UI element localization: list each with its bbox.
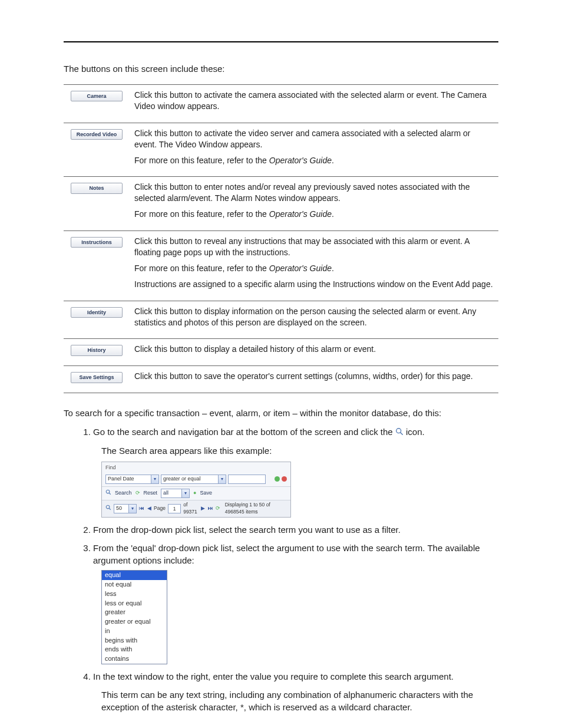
find-field-value: Panel Date: [108, 475, 134, 483]
button-description: Click this button to enter notes and/or …: [130, 177, 498, 231]
list-item[interactable]: begins with: [102, 636, 167, 645]
first-page-icon[interactable]: ⏮: [139, 506, 144, 512]
search-intro: To search for a specific transaction – e…: [64, 407, 498, 419]
prev-page-icon[interactable]: ◀: [147, 506, 151, 512]
pagesize-value: 50: [116, 505, 122, 512]
table-row: IdentityClick this button to display inf…: [64, 301, 498, 339]
button-description: Click this button to reveal any instruct…: [130, 231, 498, 301]
pager-status: Displaying 1 to 50 of 4968545 items: [225, 502, 287, 516]
list-item[interactable]: greater or equal: [102, 617, 167, 627]
step-1a-text: Go to the search and navigation bar at t…: [93, 427, 395, 437]
save-icon: ●: [193, 489, 196, 497]
find-field-dropdown[interactable]: Panel Date▾: [105, 475, 159, 484]
search-icon: [105, 489, 111, 498]
all-value: all: [163, 489, 168, 497]
button-description: Click this button to activate the camera…: [130, 85, 498, 123]
step-3: From the 'equal' drop-down pick list, se…: [93, 542, 498, 664]
instructions-button[interactable]: Instructions: [71, 237, 123, 248]
add-criterion-icon[interactable]: [275, 476, 280, 482]
list-item[interactable]: ends with: [102, 645, 167, 654]
find-operator-dropdown[interactable]: greater or equal▾: [161, 475, 226, 484]
step-1b-text: icon.: [406, 427, 425, 437]
of-count: of 99371: [183, 502, 199, 516]
table-row: HistoryClick this button to display a de…: [64, 339, 498, 366]
list-item[interactable]: greater: [102, 608, 167, 617]
step-2: From the drop-down pick list, select the…: [93, 523, 498, 536]
argument-dropdown-list: equalnot equallessless or equalgreatergr…: [101, 570, 167, 664]
save-settings-button[interactable]: Save Settings: [71, 372, 123, 383]
svg-point-2: [106, 490, 110, 493]
table-row: Save SettingsClick this button to save t…: [64, 366, 498, 393]
list-item[interactable]: less or equal: [102, 599, 167, 608]
history-button[interactable]: History: [71, 345, 123, 355]
refresh-icon[interactable]: ⟳: [216, 506, 220, 512]
reset-icon: ⟳: [135, 489, 140, 497]
recorded-video-button[interactable]: Recorded Video: [71, 129, 123, 140]
table-row: NotesClick this button to enter notes an…: [64, 177, 498, 231]
step-4b-text: This term can be any text string, includ…: [101, 689, 498, 713]
all-dropdown[interactable]: all▾: [161, 489, 190, 498]
top-rule: [64, 41, 498, 42]
list-item[interactable]: contains: [102, 654, 167, 664]
camera-button[interactable]: Camera: [71, 91, 123, 101]
step-4: In the text window to the right, enter t…: [93, 670, 498, 713]
magnifier-icon: [395, 426, 404, 439]
find-value-input[interactable]: [228, 475, 266, 484]
remove-criterion-icon[interactable]: [282, 476, 287, 482]
table-row: Recorded VideoClick this button to activ…: [64, 123, 498, 177]
step-1: Go to the search and navigation bar at t…: [93, 426, 498, 518]
pagesize-dropdown[interactable]: 50▾: [114, 504, 137, 513]
identity-button[interactable]: Identity: [71, 307, 123, 318]
notes-button[interactable]: Notes: [71, 183, 123, 193]
step-3-text: From the 'equal' drop-down pick list, se…: [93, 543, 480, 565]
button-description: Click this button to save the operator's…: [130, 366, 498, 393]
pager-bar: 50▾ ⏮ ◀ Page 1 of 99371 ▶ ⏭ ⟳ Displaying…: [102, 500, 290, 518]
step-4a-text: In the text window to the right, enter t…: [93, 671, 454, 681]
list-item[interactable]: equal: [102, 571, 167, 580]
svg-point-4: [106, 505, 110, 509]
svg-line-1: [401, 433, 403, 435]
find-title: Find: [102, 462, 290, 473]
page-number-input[interactable]: 1: [168, 504, 181, 513]
pager-magnifier-icon[interactable]: [105, 505, 111, 513]
list-item[interactable]: not equal: [102, 580, 167, 589]
intro-text: The buttons on this screen include these…: [64, 64, 498, 74]
save-link[interactable]: Save: [200, 489, 212, 497]
page-label: Page: [154, 505, 166, 512]
button-table: CameraClick this button to activate the …: [64, 84, 498, 393]
svg-line-5: [109, 508, 111, 510]
button-description: Click this button to activate the video …: [130, 123, 498, 177]
button-description: Click this button to display information…: [130, 301, 498, 339]
table-row: CameraClick this button to activate the …: [64, 85, 498, 123]
list-item[interactable]: in: [102, 627, 167, 636]
button-description: Click this button to display a detailed …: [130, 339, 498, 366]
list-item[interactable]: less: [102, 589, 167, 599]
table-row: InstructionsClick this button to reveal …: [64, 231, 498, 301]
next-page-icon[interactable]: ▶: [201, 506, 206, 512]
steps-list: Go to the search and navigation bar at t…: [77, 426, 498, 713]
reset-link[interactable]: Reset: [144, 489, 158, 497]
step-1-sub: The Search area appears like this exampl…: [101, 444, 498, 457]
search-link[interactable]: Search: [115, 489, 132, 497]
svg-line-3: [109, 493, 111, 495]
last-page-icon[interactable]: ⏭: [208, 506, 213, 512]
find-panel: Find Panel Date▾ greater or equal▾ Searc: [101, 462, 291, 518]
find-operator-value: greater or equal: [163, 475, 201, 483]
